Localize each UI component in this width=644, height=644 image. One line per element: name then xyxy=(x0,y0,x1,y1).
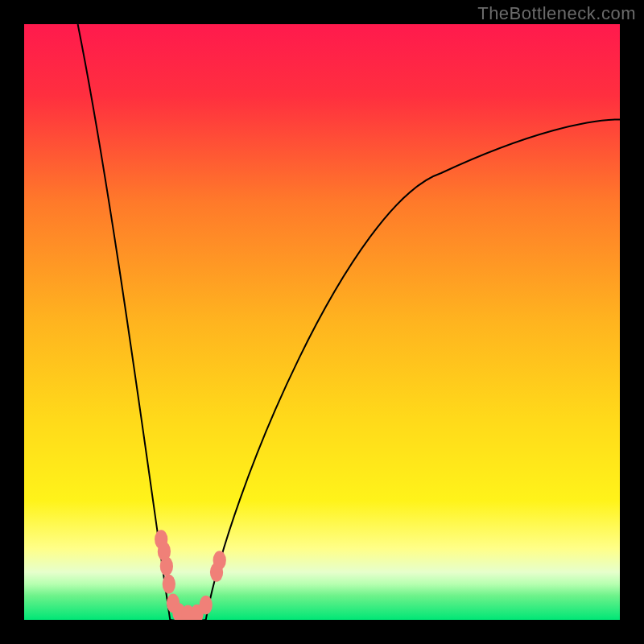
marker-point xyxy=(213,551,226,570)
chart-frame: TheBottleneck.com xyxy=(0,0,644,644)
marker-point xyxy=(160,557,173,576)
marker-point xyxy=(200,596,213,615)
marker-cluster xyxy=(24,24,620,620)
watermark-text: TheBottleneck.com xyxy=(477,3,636,24)
plot-area xyxy=(24,24,620,620)
marker-point xyxy=(163,575,175,594)
